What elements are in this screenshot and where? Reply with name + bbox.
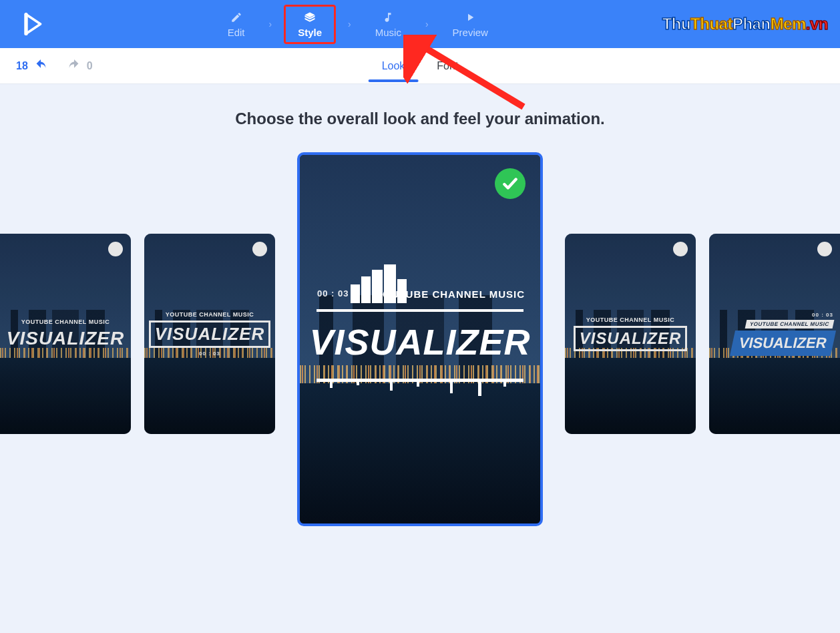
card-overlay: 00 : 03 YOUTUBE CHANNEL MUSIC VISUALIZER	[300, 155, 540, 523]
template-title: VISUALIZER	[309, 321, 530, 363]
select-indicator[interactable]	[673, 242, 688, 256]
chevron-right-icon: ›	[425, 19, 429, 29]
svg-rect-8	[357, 379, 359, 385]
timecode: 00 : 03	[812, 312, 833, 318]
play-icon	[463, 11, 477, 24]
redo-count: 0	[87, 60, 93, 72]
svg-rect-13	[503, 379, 506, 387]
template-title: VISUALIZER	[7, 328, 124, 349]
style-card[interactable]: YOUTUBE CHANNEL MUSIC VISUALIZER	[565, 234, 696, 434]
undo-count: 18	[16, 60, 28, 72]
undo-icon	[33, 59, 48, 73]
timecode: 00 : 03	[199, 351, 220, 357]
template-title: VISUALIZER	[730, 331, 836, 356]
select-indicator[interactable]	[108, 242, 123, 256]
buildings-icon	[351, 264, 407, 306]
card-overlay: 00 : 03 YOUTUBE CHANNEL MUSIC VISUALIZER	[709, 234, 840, 434]
channel-label: YOUTUBE CHANNEL MUSIC	[745, 320, 835, 329]
annotation-arrow	[403, 35, 537, 118]
channel-label: YOUTUBE CHANNEL MUSIC	[21, 319, 110, 325]
template-title: VISUALIZER	[574, 326, 688, 351]
chevron-right-icon: ›	[348, 19, 351, 29]
svg-rect-9	[390, 379, 393, 391]
svg-rect-11	[450, 379, 453, 393]
watermark: ThuThuatPhanMem.vn	[662, 15, 828, 33]
select-indicator[interactable]	[252, 242, 267, 256]
template-title: VISUALIZER	[149, 321, 271, 348]
redo-icon	[67, 59, 81, 73]
channel-label: YOUTUBE CHANNEL MUSIC	[166, 311, 254, 318]
chevron-right-icon: ›	[269, 19, 272, 29]
equalizer-drip-icon	[317, 379, 523, 396]
wizard-steps: Edit › Style › Music › Preview	[53, 5, 662, 44]
step-label: Edit	[228, 27, 245, 38]
style-card[interactable]: YOUTUBE CHANNEL MUSIC VISUALIZER 00 : 03	[144, 234, 275, 434]
card-overlay: YOUTUBE CHANNEL MUSIC VISUALIZER	[565, 234, 696, 434]
step-edit[interactable]: Edit	[216, 7, 257, 42]
channel-label: YOUTUBE CHANNEL MUSIC	[315, 288, 525, 300]
svg-rect-12	[478, 379, 481, 396]
style-card-selected[interactable]: 00 : 03 YOUTUBE CHANNEL MUSIC VISUALIZER	[297, 152, 543, 526]
step-label: Music	[375, 27, 401, 38]
play-logo-icon	[20, 12, 44, 36]
style-carousel: YOUTUBE CHANNEL MUSIC VISUALIZER YOUTUBE…	[0, 152, 840, 566]
app-logo[interactable]	[11, 12, 53, 36]
history-controls: 18 0	[16, 59, 93, 73]
step-style[interactable]: Style	[284, 5, 336, 44]
style-card[interactable]: YOUTUBE CHANNEL MUSIC VISUALIZER	[0, 234, 131, 434]
pencil-icon	[230, 11, 243, 24]
card-overlay: YOUTUBE CHANNEL MUSIC VISUALIZER	[0, 234, 131, 434]
layers-icon	[303, 11, 317, 24]
svg-rect-10	[417, 379, 419, 387]
redo-button[interactable]: 0	[67, 59, 93, 73]
svg-rect-7	[330, 379, 333, 388]
step-label: Style	[298, 27, 322, 38]
divider	[317, 309, 523, 312]
select-indicator[interactable]	[817, 242, 832, 256]
style-card[interactable]: 00 : 03 YOUTUBE CHANNEL MUSIC VISUALIZER	[709, 234, 840, 434]
selected-check-icon	[495, 168, 526, 199]
music-note-icon	[381, 11, 395, 24]
channel-label: YOUTUBE CHANNEL MUSIC	[586, 316, 674, 323]
undo-button[interactable]: 18	[16, 59, 48, 73]
svg-rect-6	[317, 379, 523, 382]
card-overlay: YOUTUBE CHANNEL MUSIC VISUALIZER 00 : 03	[144, 234, 275, 434]
svg-line-0	[417, 43, 523, 107]
